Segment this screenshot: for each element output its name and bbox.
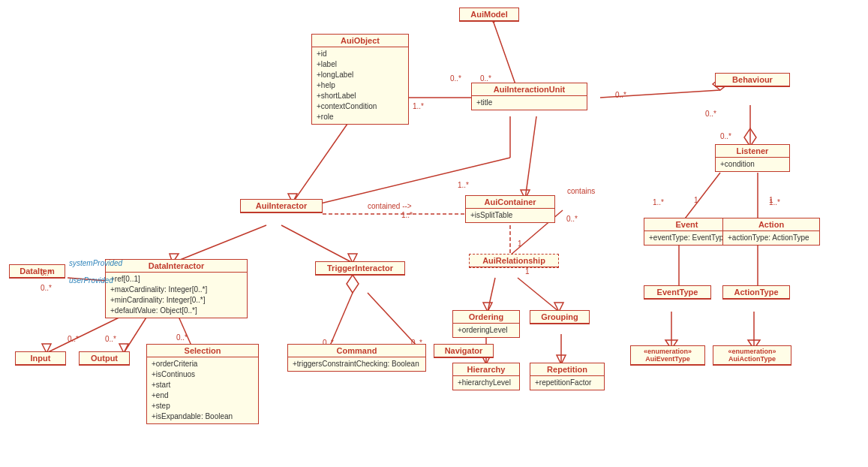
svg-text:1: 1 <box>769 196 773 204</box>
uml-diagram: 0..* 0..* 1..* 1..* 1..* 1 0..* 0..* 0..… <box>0 0 868 467</box>
Input-class: Input <box>15 351 66 366</box>
AuiEventType-class: «enumeration»AuiEventType <box>630 345 705 366</box>
AuiInteractor-class: AuiInteractor <box>240 199 323 213</box>
svg-line-9 <box>525 116 536 199</box>
Output-class: Output <box>79 351 130 366</box>
AuiInteractionUnit-class: AuiInteractionUnit +title <box>471 83 587 110</box>
svg-text:0..*: 0..* <box>176 333 188 342</box>
svg-marker-47 <box>347 275 359 293</box>
svg-line-26 <box>488 278 495 312</box>
svg-text:0..*: 0..* <box>450 74 461 83</box>
svg-text:0..*: 0..* <box>615 91 626 99</box>
mult-0n-1: 0..* <box>41 269 52 277</box>
Command-class: Command +triggersConstraintChecking: Boo… <box>287 344 426 372</box>
Behaviour-class: Behaviour <box>715 73 790 87</box>
svg-text:1: 1 <box>518 240 522 248</box>
svg-text:1..*: 1..* <box>401 211 413 219</box>
Action-class: Action +actionType: ActionType <box>722 218 820 246</box>
svg-text:0..*: 0..* <box>720 132 731 140</box>
AuiActionType-class: «enumeration»AuiActionType <box>713 345 791 366</box>
DataItem-class: DataItem <box>9 264 65 279</box>
Ordering-class: Ordering +orderingLevel <box>452 310 520 338</box>
AuiContainer-class: AuiContainer +isSplitTable <box>465 195 555 223</box>
svg-text:1..*: 1..* <box>413 102 424 110</box>
svg-line-0 <box>494 23 516 86</box>
svg-text:contains: contains <box>567 187 595 195</box>
EventType-class: EventType <box>644 285 711 300</box>
Selection-class: Selection +orderCriteria +isContinuos +s… <box>146 344 259 424</box>
Repetition-class: Repetition +repetitionFactor <box>530 363 605 390</box>
mult-0n-2: 0..* <box>41 284 52 292</box>
Navigator-class: Navigator <box>434 344 494 358</box>
Listener-class: Listener +condition <box>715 144 790 172</box>
svg-text:1: 1 <box>525 267 530 276</box>
svg-text:0..*: 0..* <box>480 74 491 83</box>
svg-line-48 <box>368 293 416 345</box>
svg-line-46 <box>330 293 353 345</box>
svg-text:1: 1 <box>694 196 698 204</box>
systemProvided-label: systemProvided <box>69 259 122 267</box>
svg-line-34 <box>173 225 266 263</box>
svg-text:0..*: 0..* <box>68 335 79 343</box>
svg-line-15 <box>683 173 720 221</box>
DataInteractor-class: DataInteractor +ref[0..1] +maxCardinalit… <box>105 259 248 318</box>
svg-text:0..*: 0..* <box>705 110 716 118</box>
AuiRelationship-class: AuiRelationship <box>469 254 559 268</box>
svg-line-36 <box>281 225 353 263</box>
Grouping-class: Grouping <box>530 310 590 324</box>
svg-text:0..*: 0..* <box>105 335 116 343</box>
svg-line-4 <box>293 116 353 203</box>
TriggerInteractor-class: TriggerInteractor <box>315 261 405 276</box>
svg-line-28 <box>518 278 559 312</box>
Event-class: Event +eventType: EventType <box>644 218 730 246</box>
Hierarchy-class: Hierarchy +hierarchyLevel <box>452 363 520 390</box>
svg-text:contained -->: contained --> <box>368 202 412 210</box>
AuiObject-class: AuiObject +id +label +longLabel +help +s… <box>311 34 409 125</box>
ActionType-class: ActionType <box>722 285 790 300</box>
AuiModel-class: AuiModel <box>459 8 519 22</box>
svg-text:1..*: 1..* <box>769 198 780 206</box>
svg-text:0..*: 0..* <box>566 215 578 223</box>
svg-text:1..*: 1..* <box>653 198 664 206</box>
svg-text:1..*: 1..* <box>458 181 469 189</box>
userProvided-label: userProvided <box>69 276 113 285</box>
svg-line-11 <box>600 90 720 98</box>
